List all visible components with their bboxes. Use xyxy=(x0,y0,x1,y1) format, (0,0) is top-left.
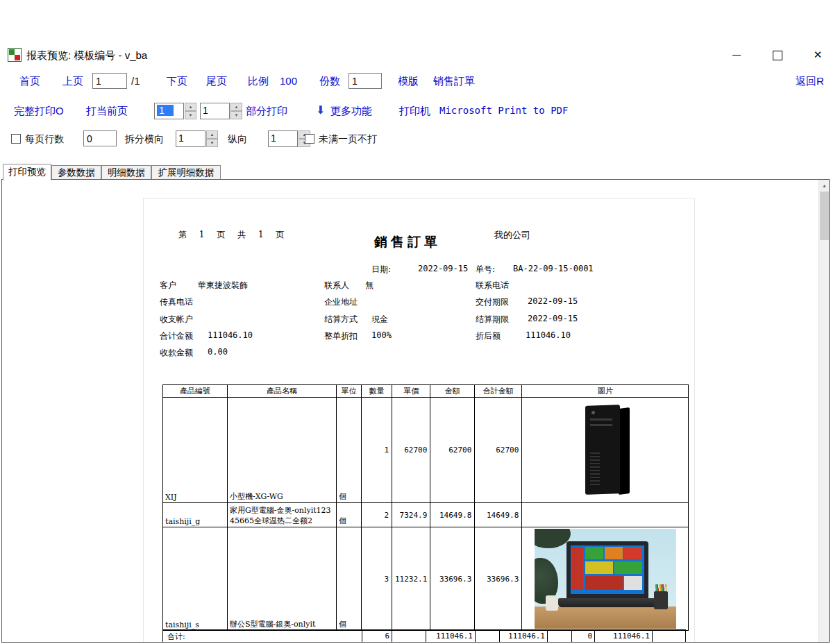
customer-value: 華東捷波裝飾 xyxy=(198,280,248,291)
report-page: 第 1 页 共 1 页 銷售訂單 我的公司 日期: 2022-09-15 单号:… xyxy=(143,198,695,643)
company-name: 我的公司 xyxy=(494,229,530,242)
cell-qty: 3 xyxy=(362,527,392,631)
cell-amount: 33696.3 xyxy=(430,527,475,631)
date-label: 日期: xyxy=(371,264,391,276)
spin-up-icon[interactable]: ▲ xyxy=(230,103,242,111)
print-range-to-value[interactable]: 1 xyxy=(200,103,230,119)
laptop-screen-content xyxy=(571,545,644,594)
scale-value[interactable]: 100 xyxy=(280,75,297,87)
split-horizontal-label: 拆分横向 xyxy=(125,133,164,146)
document-title: 銷售訂單 xyxy=(352,233,463,251)
delivery-value: 2022-09-15 xyxy=(528,296,578,306)
template-button[interactable]: 模版 xyxy=(398,75,419,88)
cell-qty: 1 xyxy=(362,398,392,503)
cell-unit: 個 xyxy=(337,503,362,527)
col-header-image: 圖片 xyxy=(522,385,689,398)
close-button[interactable]: ✕ xyxy=(807,44,829,65)
copies-input[interactable] xyxy=(349,73,382,89)
cell-name: 小型機-XG-WG xyxy=(228,398,337,503)
fax-label: 传真电话 xyxy=(160,296,193,308)
footer-amount-total: 111046.1 xyxy=(426,630,476,643)
window-title: 报表预览: 模板编号 - v_ba xyxy=(26,49,147,62)
cell-price: 7324.9 xyxy=(392,503,430,527)
col-header-price: 單價 xyxy=(392,385,430,398)
scroll-up-icon[interactable]: ▲ xyxy=(819,180,830,192)
cell-code: taishiji_g xyxy=(163,503,228,527)
print-range-from-spinner[interactable]: 1 ▲ ▼ xyxy=(154,103,196,119)
maximize-button[interactable] xyxy=(766,44,788,65)
footer-received-total: 0 xyxy=(571,630,595,643)
settle-method-value: 現金 xyxy=(371,314,388,325)
partial-print-button[interactable]: 部分打印 xyxy=(246,105,287,118)
received-label: 收款金额 xyxy=(160,347,193,359)
desktop-tower-photo xyxy=(574,402,637,499)
cell-qty: 2 xyxy=(362,503,392,527)
discount-label: 整单折扣 xyxy=(324,330,358,342)
col-header-code: 產品編號 xyxy=(163,385,228,398)
vertical-scrollbar[interactable]: ▲ xyxy=(819,180,829,642)
cell-price: 11232.1 xyxy=(392,527,430,631)
next-page-button[interactable]: 下页 xyxy=(167,75,187,88)
cell-code: taishiji_s xyxy=(163,527,228,631)
order-no-label: 单号: xyxy=(476,264,495,276)
laptop-base xyxy=(558,598,657,607)
after-discount-value: 111046.10 xyxy=(526,330,571,340)
rows-per-page-checkbox[interactable] xyxy=(11,134,21,144)
print-range-from-value[interactable]: 1 xyxy=(154,103,184,119)
table-row: taishiji_g 家用G型電腦-金奥-onlyit12345665全球温热二… xyxy=(163,503,689,527)
template-name[interactable]: 销售訂單 xyxy=(433,75,475,88)
spin-down-icon[interactable]: ▼ xyxy=(230,111,242,119)
pencil-cup xyxy=(654,591,668,609)
laptop-screen xyxy=(566,541,648,598)
table-footer-row: 合计: 6 111046.1 111046.1 0 111046.1 xyxy=(162,629,686,643)
col-header-qty: 數量 xyxy=(362,385,392,398)
scrollbar-thumb[interactable] xyxy=(820,192,829,240)
last-page-button[interactable]: 尾页 xyxy=(206,75,227,88)
split-vertical-value[interactable]: 1 xyxy=(268,130,298,147)
cell-total: 33696.3 xyxy=(475,527,522,631)
settle-method-label: 结算方式 xyxy=(324,314,358,325)
rows-per-page-label[interactable]: 每页行数 xyxy=(25,133,64,146)
skip-incomplete-page-label[interactable]: 未满一页不打 xyxy=(319,133,377,146)
received-value: 0.00 xyxy=(208,347,228,357)
spin-down-icon[interactable]: ▼ xyxy=(185,111,196,119)
tab-detail-data[interactable]: 明细数据 xyxy=(101,165,151,179)
full-print-button[interactable]: 完整打印O xyxy=(14,105,64,118)
spin-up-icon[interactable]: ▲ xyxy=(206,130,218,139)
spin-down-icon[interactable]: ▼ xyxy=(206,139,218,147)
print-range-to-spinner[interactable]: 1 ▲ ▼ xyxy=(200,103,242,119)
footer-final-total: 111046.1 xyxy=(594,630,653,643)
return-button[interactable]: 返回R xyxy=(796,75,824,88)
discount-value: 100% xyxy=(371,330,392,340)
minimize-button[interactable] xyxy=(725,44,748,65)
spin-up-icon[interactable]: ▲ xyxy=(185,103,196,111)
rows-per-page-input[interactable] xyxy=(83,130,117,146)
skip-incomplete-page-checkbox[interactable] xyxy=(305,134,314,144)
printer-name[interactable]: Microsoft Print to PDF xyxy=(439,105,568,116)
tab-extended-detail-data[interactable]: 扩展明细数据 xyxy=(151,165,221,179)
settle-date-label: 结算期限 xyxy=(476,314,509,325)
more-functions-button[interactable]: 更多功能 xyxy=(330,105,372,118)
cell-amount: 14649.8 xyxy=(430,503,475,527)
cell-total: 14649.8 xyxy=(475,503,522,527)
page-number-input[interactable] xyxy=(92,73,127,89)
split-vertical-spinner[interactable]: 1 ▲ ▼ xyxy=(268,130,310,147)
table-row: XIJ 小型機-XG-WG 個 1 62700 62700 62700 xyxy=(163,398,689,503)
footer-qty-total: 6 xyxy=(362,630,392,643)
date-value: 2022-09-15 xyxy=(418,264,468,273)
cell-amount: 62700 xyxy=(430,398,475,503)
printer-button[interactable]: 打印机 xyxy=(399,105,430,118)
items-table: 產品編號 產品名稱 單位 數量 單價 金額 合計金額 圖片 XIJ 小型機-XG… xyxy=(162,384,689,631)
cell-price: 62700 xyxy=(392,398,430,503)
split-horizontal-value[interactable]: 1 xyxy=(176,130,205,147)
prev-page-button[interactable]: 上页 xyxy=(62,75,83,88)
tab-print-preview[interactable]: 打印预览 xyxy=(3,164,51,180)
app-icon xyxy=(8,48,22,62)
cell-image xyxy=(522,503,689,527)
tab-parameter-data[interactable]: 参数数据 xyxy=(51,165,101,179)
first-page-button[interactable]: 首页 xyxy=(19,75,40,88)
col-header-unit: 單位 xyxy=(337,385,362,398)
cell-total: 62700 xyxy=(475,398,522,503)
print-current-page-button[interactable]: 打当前页 xyxy=(86,105,128,118)
split-horizontal-spinner[interactable]: 1 ▲ ▼ xyxy=(176,130,218,147)
